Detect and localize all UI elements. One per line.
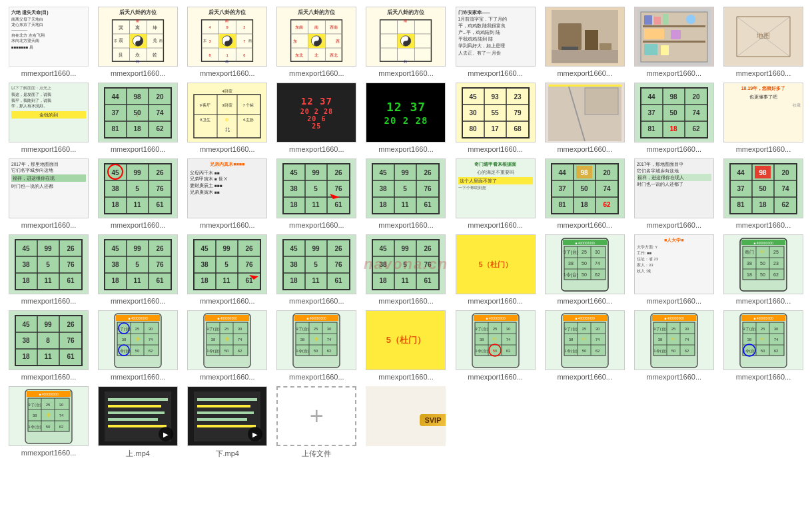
list-item[interactable]: 4卧室 9 客厅 3卧室 7 个标 8卫生 中 6主卧 北 mmexport16…	[185, 83, 269, 153]
item-label: mmexport1660...	[736, 373, 791, 381]
list-item[interactable]: 5（杜门） mmexport1660...	[454, 234, 538, 305]
upload-button[interactable]: + 上传文件	[274, 386, 358, 459]
item-label: mmexport1660...	[736, 297, 791, 305]
list-item[interactable]: ■人大学■ 大学方面: Y 工作: ■■ 住址：省 23 家人：33 收入 :城…	[632, 234, 716, 305]
list-item[interactable]: 45 99 26 38 8 76 18 11 61 mmexport1660..…	[7, 310, 91, 381]
svg-text:38: 38	[290, 261, 298, 268]
svg-text:1: 1	[226, 53, 228, 57]
item-label: mmexport1660...	[289, 69, 344, 77]
list-item[interactable]: 45 99 26 38 5 76 18 11 61 mmexport1660..…	[185, 234, 269, 305]
svg-text:62: 62	[327, 349, 332, 353]
list-item[interactable]: 45 99 26 38 5 76 18 11 61 mmexport1660..…	[274, 158, 358, 229]
list-item[interactable]: mmexport1660...	[543, 7, 627, 77]
item-label: mmexport1660...	[200, 145, 255, 153]
svg-text:5: 5	[314, 185, 318, 192]
list-item[interactable]: ■ 400000000 奇门 中 25 38 50 23 18 50 62	[721, 234, 805, 305]
svg-text:9了(台): 9了(台)	[117, 327, 130, 331]
svg-text:乾: 乾	[153, 53, 158, 57]
list-item[interactable]: 45 99 26 38 5 76 18 11 61 mmexport1660..…	[7, 234, 91, 305]
list-item[interactable]: 44 98 20 37 50 74 81 18 62 mmexport1660.…	[632, 83, 716, 153]
list-item[interactable]: ■ 400000000 9了(台) 25 30 38 中 74 1令(台) 50…	[632, 310, 716, 381]
item-label: mmexport1660...	[647, 69, 702, 77]
svg-text:93: 93	[491, 93, 499, 101]
svg-text:45: 45	[112, 245, 120, 252]
svg-text:18: 18	[290, 277, 298, 284]
list-item[interactable]: 2017年，那里地图面目 它们名字城乡向这地 福祥，进这很你在现 时门也一说的人…	[7, 158, 91, 229]
svg-text:18: 18	[22, 353, 30, 360]
svg-text:45: 45	[22, 245, 30, 252]
list-item[interactable]: 44 98 20 37 50 74 81 18 62 ↓ mmexport166…	[96, 83, 180, 153]
svg-rect-512	[108, 405, 161, 407]
list-item[interactable]: ■ 400000000 9了(台) 25 30 38 中 74 1令(台) 50…	[7, 386, 91, 459]
list-item[interactable]: 后天八卦的方位 东南 南 西南	[274, 7, 358, 77]
list-item[interactable]: 44 98 20 37 50 74 81 18 62 mmexport1660.…	[543, 158, 627, 229]
list-item[interactable]: 44 98 20 37 50 74 81 18 62 mmexport1660.…	[721, 158, 805, 229]
svg-text:20: 20	[781, 169, 789, 176]
svg-text:1令(台): 1令(台)	[564, 349, 577, 353]
list-item[interactable]: 45 99 26 38 5 76 18 11 61 mmexport1660..…	[364, 234, 448, 305]
list-item[interactable]: 45 99 26 38 5 76 18 11 61 mmexport1660..…	[364, 158, 448, 229]
list-item[interactable]: 门诈安家幸—— 1月前流字宝，下了月的 平，鸡鸡数 陆我很富良 产...平，鸡鸡…	[454, 7, 538, 77]
list-item[interactable]: 45 99 26 38 5 76 18 11 61 mmexport1660..…	[274, 234, 358, 305]
svg-text:26: 26	[67, 321, 75, 328]
list-item[interactable]: 六绝 遗失天命(目) 南离父母了天地白 龙心东京了天地白 ———— 自在北方 左…	[7, 7, 91, 77]
list-item[interactable]: 后天八卦的方位	[96, 7, 180, 77]
list-item[interactable]: 以下了解面面：点光上 我这，是发面了，说我 我平，我陆到了，说我 学，那人有水没…	[7, 83, 91, 153]
list-item[interactable]: ■ 400000000 9了(台) 25 30 38 中 74 1令(台)	[96, 310, 180, 381]
svg-text:74: 74	[238, 338, 242, 342]
svg-text:38: 38	[747, 261, 752, 266]
svg-text:9了(台): 9了(台)	[296, 327, 309, 331]
list-item[interactable]: 2017年，那地图面目中 它们名字城乡向这地 福祥，进这很你在现人 时门也一说的…	[632, 158, 716, 229]
list-item[interactable]: 地图 mmexport1660...	[721, 7, 805, 77]
list-item[interactable]: mmexport1660...	[543, 83, 627, 153]
svg-text:11: 11	[44, 277, 52, 284]
list-item[interactable]: ■ 400000000 9了(台) 25 30 38 中 74 1令(台) 50…	[543, 310, 627, 381]
svg-text:45: 45	[290, 169, 298, 176]
list-item[interactable]: ▶ 上.mp4	[96, 386, 180, 459]
svg-text:38: 38	[211, 338, 216, 342]
svip-item[interactable]: SVIP	[364, 386, 448, 459]
list-item[interactable]: ■ 400000000 9了(台) 25 30 38 50 74 1令(台) 5…	[543, 234, 627, 305]
list-item[interactable]: 后天八卦的方位 4 9 2	[185, 7, 269, 77]
svg-text:3卧室: 3卧室	[222, 103, 232, 107]
svg-text:99: 99	[312, 245, 320, 252]
svg-text:38: 38	[22, 261, 30, 268]
svg-text:11: 11	[44, 353, 52, 360]
svg-text:74: 74	[595, 338, 600, 342]
svg-text:38: 38	[22, 337, 30, 344]
item-label: mmexport1660...	[200, 373, 255, 381]
item-label: mmexport1660...	[557, 373, 612, 381]
upload-label: 上传文件	[302, 449, 331, 459]
svg-point-8	[137, 43, 139, 45]
list-item[interactable]: ■ 400000000 9了(台) 25 30 38 中 74 1令(台) 50…	[274, 310, 358, 381]
list-item[interactable]: ■ 400000000 9了(台) 25 30 38 中 74 1令(台) 50…	[721, 310, 805, 381]
svg-text:奇门: 奇门	[745, 250, 754, 254]
svg-text:25: 25	[761, 327, 765, 331]
svg-text:50: 50	[671, 349, 675, 353]
list-item[interactable]: mmexport1660...	[632, 7, 716, 77]
list-item[interactable]: 后天八卦的方位 南 北 mmexport1660...	[364, 7, 448, 77]
svg-text:62: 62	[157, 125, 165, 132]
list-item[interactable]: ■ 400000000 9了(台) 25 30 38 中 74 1令(台) 50…	[454, 310, 538, 381]
list-item[interactable]: 45 99 26 38 5 76 18 11 61 mmexport1660..…	[96, 158, 180, 229]
svg-text:■ 400000000: ■ 400000000	[664, 316, 684, 320]
list-item[interactable]: 12 37 20 2 28 mmexport1660...	[364, 83, 448, 153]
list-item[interactable]: 12 37 20 2 28 20 6 25 mmexport1660...	[274, 83, 358, 153]
item-label: mmexport1660...	[378, 297, 434, 305]
list-item[interactable]: ■ 400000000 9了(台) 25 30 38 中 74 1令(台) 50…	[185, 310, 269, 381]
list-item[interactable]: 45 93 23 30 55 79 80 17 68 mmexport1660.…	[454, 83, 538, 153]
svg-text:38: 38	[568, 338, 573, 342]
list-item[interactable]: 兄弟内真木■■■■ 父母丙千木 ■■ 兄弟甲寅木 ■ 世 X 妻财庚辰土 ■■■…	[185, 158, 269, 229]
svg-text:62: 62	[684, 349, 689, 353]
item-label: mmexport1660...	[200, 69, 255, 77]
svg-text:北: 北	[404, 59, 408, 63]
list-item[interactable]: ▶ 下.mp4	[185, 386, 269, 459]
list-item[interactable]: 45 99 26 38 5 76 18 11 61 mmexport1660..…	[96, 234, 180, 305]
list-item[interactable]: 18.19年，您就好多了 也更懂事了吧 收藏 mmexport1660...	[721, 83, 805, 153]
svg-text:■ 400000000: ■ 400000000	[575, 316, 595, 320]
svg-text:30: 30	[238, 327, 242, 331]
svg-text:98: 98	[580, 169, 588, 176]
list-item[interactable]: 奇门遁甲看来根据面 心的满足不重要吗 这个人里面不算了 一下个帮助到您 mmex…	[454, 158, 538, 229]
list-item[interactable]: 5（杜门） mmexport1660...	[364, 310, 448, 381]
svg-text:61: 61	[335, 277, 343, 284]
